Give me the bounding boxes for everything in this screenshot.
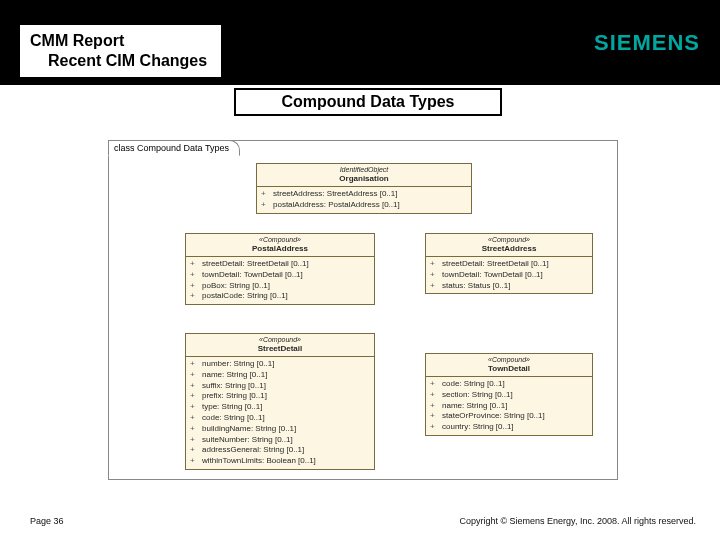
attribute-row: +prefix: String [0..1] xyxy=(190,391,370,402)
class-head: «Compound» StreetAddress xyxy=(426,234,592,257)
diagram-tab: class Compound Data Types xyxy=(108,140,240,156)
class-body: +streetDetail: StreetDetail [0..1] +town… xyxy=(426,257,592,293)
attribute-row: +addressGeneral: String [0..1] xyxy=(190,445,370,456)
attribute-row: +number: String [0..1] xyxy=(190,359,370,370)
class-street-detail: «Compound» StreetDetail +number: String … xyxy=(185,333,375,470)
class-name: Organisation xyxy=(261,174,467,184)
class-stereotype: «Compound» xyxy=(190,336,370,344)
attribute-row: +postalAddress: PostalAddress [0..1] xyxy=(261,200,467,211)
class-postal-address: «Compound» PostalAddress +streetDetail: … xyxy=(185,233,375,305)
attribute-row: +streetDetail: StreetDetail [0..1] xyxy=(430,259,588,270)
class-body: +streetDetail: StreetDetail [0..1] +town… xyxy=(186,257,374,304)
attribute-row: +postalCode: String [0..1] xyxy=(190,291,370,302)
section-banner: Compound Data Types xyxy=(234,88,502,116)
title-line-2: Recent CIM Changes xyxy=(30,51,207,71)
page-number: Page 36 xyxy=(30,516,64,526)
attribute-row: +status: Status [0..1] xyxy=(430,281,588,292)
uml-diagram: class Compound Data Types IdentifiedObje… xyxy=(108,140,618,480)
attribute-row: +streetAddress: StreetAddress [0..1] xyxy=(261,189,467,200)
class-body: +streetAddress: StreetAddress [0..1] +po… xyxy=(257,187,471,213)
class-stereotype: IdentifiedObject xyxy=(261,166,467,174)
class-name: StreetDetail xyxy=(190,344,370,354)
copyright: Copyright © Siemens Energy, Inc. 2008. A… xyxy=(459,516,696,526)
class-name: TownDetail xyxy=(430,364,588,374)
attribute-row: +name: String [0..1] xyxy=(190,370,370,381)
attribute-row: +suffix: String [0..1] xyxy=(190,381,370,392)
attribute-row: +type: String [0..1] xyxy=(190,402,370,413)
class-name: PostalAddress xyxy=(190,244,370,254)
attribute-row: +poBox: String [0..1] xyxy=(190,281,370,292)
class-head: «Compound» StreetDetail xyxy=(186,334,374,357)
class-body: +code: String [0..1] +section: String [0… xyxy=(426,377,592,435)
attribute-row: +code: String [0..1] xyxy=(190,413,370,424)
class-name: StreetAddress xyxy=(430,244,588,254)
class-stereotype: «Compound» xyxy=(430,236,588,244)
title-box: CMM Report Recent CIM Changes xyxy=(20,25,221,77)
siemens-logo: SIEMENS xyxy=(594,30,700,56)
class-body: +number: String [0..1] +name: String [0.… xyxy=(186,357,374,469)
class-head: «Compound» TownDetail xyxy=(426,354,592,377)
attribute-row: +suiteNumber: String [0..1] xyxy=(190,435,370,446)
attribute-row: +code: String [0..1] xyxy=(430,379,588,390)
class-head: «Compound» PostalAddress xyxy=(186,234,374,257)
class-stereotype: «Compound» xyxy=(190,236,370,244)
class-organisation: IdentifiedObject Organisation +streetAdd… xyxy=(256,163,472,214)
attribute-row: +withinTownLimits: Boolean [0..1] xyxy=(190,456,370,467)
attribute-row: +country: String [0..1] xyxy=(430,422,588,433)
attribute-row: +section: String [0..1] xyxy=(430,390,588,401)
header-bar: CMM Report Recent CIM Changes SIEMENS xyxy=(0,0,720,85)
attribute-row: +buildingName: String [0..1] xyxy=(190,424,370,435)
attribute-row: +townDetail: TownDetail [0..1] xyxy=(190,270,370,281)
attribute-row: +townDetail: TownDetail [0..1] xyxy=(430,270,588,281)
attribute-row: +name: String [0..1] xyxy=(430,401,588,412)
class-head: IdentifiedObject Organisation xyxy=(257,164,471,187)
class-street-address: «Compound» StreetAddress +streetDetail: … xyxy=(425,233,593,294)
attribute-row: +streetDetail: StreetDetail [0..1] xyxy=(190,259,370,270)
attribute-row: +stateOrProvince: String [0..1] xyxy=(430,411,588,422)
class-stereotype: «Compound» xyxy=(430,356,588,364)
title-line-1: CMM Report xyxy=(30,31,207,51)
class-town-detail: «Compound» TownDetail +code: String [0..… xyxy=(425,353,593,436)
